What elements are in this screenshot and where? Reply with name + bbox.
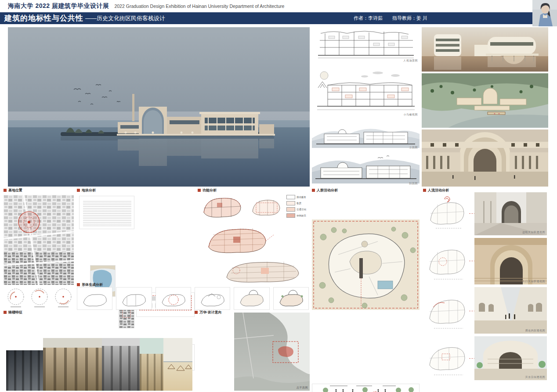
detail-site-plan [312,219,420,310]
legend-swatch [286,201,295,205]
sun-icon [320,72,328,79]
author-name: 作者：李诗茹 [354,15,383,22]
form-step-5 [234,287,269,310]
section-drawing-1: 人视场景图 [312,27,420,64]
form-step-6 [273,287,309,310]
plot-analysis-text [79,196,134,229]
section-marker-icon [4,189,7,192]
render-caption: 入口大台阶透视图 [522,280,545,284]
render-caption: 滨水沿街透视图 [525,375,546,379]
legend-label: 交通空间 [297,208,306,211]
site-marker-icon [28,221,30,223]
section-marker-icon [4,311,7,314]
render-thumb-4: 滨水沿街透视图 [474,336,547,380]
function-plan-2 [248,194,284,219]
render-caption: 远眺大台阶透视图 [522,230,545,234]
drawing-caption: 人视场景图 [404,59,418,63]
function-exploded-plan-2 [219,257,307,285]
function-legend: 接待服务 客房 交通空间 休闲娱乐 [286,195,310,223]
section-marker-icon [77,283,80,286]
exhibition-title-cn: 海南大学 2022 届建筑学毕业设计展 [8,2,109,10]
project-title: 建筑的地标性与公共性 [4,13,83,23]
paragraph-text-lines [83,200,131,226]
spiral-stair-icon [445,197,450,202]
section-drawing-4: 剖面图 [312,153,420,187]
pool [378,281,393,289]
render-thumb-1: 远眺大台阶透视图 [474,192,547,235]
qilou-photo-arcade-bw [102,338,140,391]
function-exploded-plan-1 [200,222,275,257]
qilou-photo-dark [6,350,43,391]
section-marker-icon [312,189,315,192]
form-step-3 [156,287,191,310]
section-label-site-location: 基地位置 [4,188,22,193]
exhibition-poster: 海南大学 2022 届建筑学毕业设计展 2022 Graduation Desi… [0,0,557,392]
section-label-plot-analysis: 地块分析 [77,188,96,193]
design-intent-site-map: 总平面图 [234,313,310,391]
legend-label: 接待服务 [297,196,306,199]
render-caption: 廊道内部透视图 [525,329,546,333]
legend-label: 客房 [297,202,301,205]
advisor-name: 指导教师：姜 川 [392,15,427,22]
site-plan-caption: 总平面图 [297,386,308,390]
render-thumb-3: 廊道内部透视图 [474,287,547,334]
site-bubble-diagrams [4,287,74,309]
section-label-crowd-activity: 人群活动分析 [312,188,338,193]
activity-strip-day [312,384,420,392]
section-marker-icon [77,189,80,192]
qilou-beach-sketch [163,338,192,391]
render-arch-closeup [422,129,548,187]
site-location-map [4,195,74,285]
legend-swatch [286,195,295,199]
form-step-1 [77,287,112,310]
hero-render [8,27,310,187]
author-portrait-illustration [532,0,557,26]
credits: 作者：李诗茹 指导教师：姜 川 [354,12,427,24]
render-aerial [422,73,548,128]
function-plan-1 [199,192,247,221]
legend-label: 休闲娱乐 [297,214,306,217]
section-marker-icon [195,311,198,314]
form-step-4 [195,287,230,310]
flow-axon-1 [423,191,471,235]
section-label-form-generation: 形体生成分析 [77,282,103,287]
flow-axon-3 [423,288,471,334]
flow-axon-2 [423,237,471,286]
render-thumb-2: 入口大台阶透视图 [474,238,547,284]
project-title-bar: 建筑的地标性与公共性 ——历史文化街区民俗客栈设计 [0,12,532,24]
drawing-caption: 小鸟瞰视图 [404,113,418,117]
flow-axon-4 [423,336,471,380]
poster-header: 海南大学 2022 届建筑学毕业设计展 2022 Graduation Desi… [0,0,557,12]
section-label-qilou-features: 骑楼特征 [4,310,22,315]
legend-swatch [286,213,295,218]
section-label-design-intent: 万华·设计意向 [195,310,222,315]
form-generation-row [77,287,309,310]
section-marker-icon [198,189,201,192]
legend-swatch [286,207,295,212]
drawing-caption: 剖面图 [409,182,418,186]
project-subtitle: ——历史文化街区民俗客栈设计 [85,14,165,22]
elevation-drawing: 立面图 [312,121,420,151]
exhibition-title-en: 2022 Graduation Design Exhibition of Hai… [114,4,284,9]
hero-lake-illustration [8,27,310,187]
qilou-photo-street-color [43,338,102,391]
qilou-photo-palms [140,338,163,391]
drawing-caption: 立面图 [409,146,418,150]
form-step-2 [116,287,152,310]
author-photo [532,0,557,26]
render-waterfront [422,27,548,72]
section-drawing-2: 小鸟瞰视图 [312,66,420,118]
